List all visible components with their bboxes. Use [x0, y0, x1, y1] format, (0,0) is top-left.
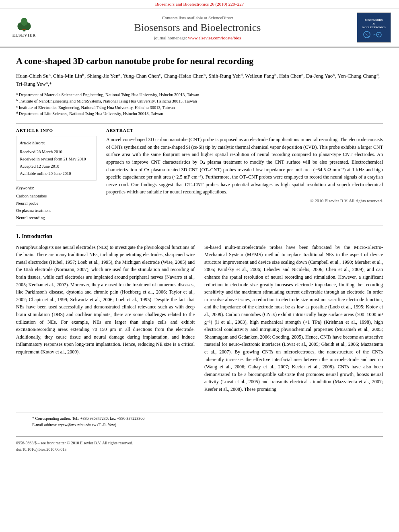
- corr-email: E-mail address: tryew@mx.nthu.edu.tw (T.…: [32, 422, 367, 428]
- intro-right-para: Si-based multi-microelectrode probes hav…: [204, 244, 383, 393]
- online-date: Available online 20 June 2010: [20, 170, 93, 177]
- svg-text:BIOSENSORS: BIOSENSORS: [365, 18, 383, 22]
- corresponding-author-note: * Corresponding author. Tel.: +886 93634…: [16, 413, 383, 428]
- corr-tel: * Corresponding author. Tel.: +886 93634…: [32, 415, 367, 422]
- footer-left: 0956-5663/$ – see front matter © 2010 El…: [16, 440, 133, 453]
- sciencedirect-line: Contents lists available at ScienceDirec…: [44, 15, 351, 20]
- keyword-3: O₂ plasma treatment: [16, 207, 97, 214]
- citation-bar: Biosensors and Bioelectronics 26 (2010) …: [0, 0, 399, 8]
- journal-logo-area: BIOSENSORS & BIOELECTRONICS: [351, 12, 391, 43]
- affiliation-d: ᵈ Department of Life Sciences, National …: [16, 111, 383, 117]
- homepage-label: journal homepage:: [154, 35, 187, 40]
- abstract-header: ABSTRACT: [106, 128, 383, 133]
- affiliation-c: ᶜ Institute of Electronics Engineering, …: [16, 105, 383, 111]
- elsevier-text: ELSEVIER: [12, 33, 36, 37]
- divider-2: [16, 226, 383, 226]
- svg-text:&: &: [372, 22, 375, 25]
- affiliation-a: ᵃ Department of Materials Science and En…: [16, 92, 383, 98]
- elsevier-logo-area: ELSEVIER: [8, 16, 44, 39]
- elsevier-tree-icon: [16, 18, 32, 32]
- journal-homepage: journal homepage: www.elsevier.com/locat…: [44, 35, 351, 40]
- intro-label: Introduction: [22, 233, 52, 239]
- journal-header: ELSEVIER Contents lists available at Sci…: [0, 8, 399, 47]
- intro-title: 1. Introduction: [16, 233, 383, 240]
- abstract-text: A novel cone-shaped 3D carbon nanotube (…: [106, 136, 383, 196]
- divider-1: [16, 123, 383, 124]
- journal-logo-box: BIOSENSORS & BIOELECTRONICS: [357, 12, 391, 43]
- received-date: Received 28 March 2010: [20, 148, 93, 156]
- revised-date: Received in revised form 21 May 2010: [20, 156, 93, 163]
- intro-left-para: Neurophysiologists use neural electrodes…: [16, 244, 195, 356]
- footer-bar: 0956-5663/$ – see front matter © 2010 El…: [16, 436, 383, 453]
- keyword-2: Neural probe: [16, 200, 97, 207]
- main-content: A cone-shaped 3D carbon nanotube probe f…: [0, 47, 399, 405]
- authors: Huan-Chieh Suᵃ, Chia-Min Linᵇ, Shiang-Ji…: [16, 72, 383, 89]
- article-info-col: ARTICLE INFO Article history: Received 2…: [16, 128, 97, 221]
- accepted-date: Accepted 12 June 2010: [20, 163, 93, 170]
- doi-text: doi:10.1016/j.bios.2010.06.015: [16, 446, 133, 453]
- history-title: Article history:: [20, 140, 93, 147]
- copyright: © 2010 Elsevier B.V. All rights reserved…: [106, 198, 383, 203]
- affiliations: ᵃ Department of Materials Science and En…: [16, 92, 383, 117]
- introduction-section: 1. Introduction Neurophysiologists use n…: [16, 233, 383, 396]
- authors-text: Huan-Chieh Suᵃ, Chia-Min Linᵇ, Shiang-Ji…: [16, 73, 380, 87]
- intro-col-left: Neurophysiologists use neural electrodes…: [16, 244, 195, 396]
- info-abstract-section: ARTICLE INFO Article history: Received 2…: [16, 128, 383, 221]
- homepage-link[interactable]: www.elsevier.com/locate/bios: [188, 35, 241, 40]
- keywords-title: Keywords:: [16, 185, 97, 192]
- journal-title-area: Contents lists available at ScienceDirec…: [44, 15, 351, 40]
- issn-text: 0956-5663/$ – see front matter © 2010 El…: [16, 440, 133, 446]
- svg-text:BIOELECTRONICS: BIOELECTRONICS: [362, 26, 386, 29]
- keyword-4: Neural recording: [16, 214, 97, 222]
- elsevier-logo: ELSEVIER: [8, 16, 40, 39]
- intro-col-right: Si-based multi-microelectrode probes hav…: [204, 244, 383, 396]
- abstract-col: ABSTRACT A novel cone-shaped 3D carbon n…: [106, 128, 383, 221]
- intro-body: Neurophysiologists use neural electrodes…: [16, 244, 383, 396]
- affiliation-b: ᵇ Institute of NanoEngineering and Micro…: [16, 98, 383, 105]
- svg-point-4: [21, 18, 28, 26]
- sciencedirect-prefix: Contents lists available at ScienceDirec…: [162, 15, 233, 20]
- keywords-section: Keywords: Carbon nanotubes Neural probe …: [16, 185, 97, 221]
- article-history-box: Article history: Received 28 March 2010 …: [16, 136, 97, 181]
- intro-number: 1.: [16, 233, 21, 239]
- citation-text: Biosensors and Bioelectronics 26 (2010) …: [155, 2, 244, 6]
- biosensors-logo: BIOSENSORS & BIOELECTRONICS: [359, 14, 389, 41]
- journal-title: Biosensors and Bioelectronics: [44, 22, 351, 34]
- article-info-header: ARTICLE INFO: [16, 128, 97, 133]
- article-title: A cone-shaped 3D carbon nanotube probe f…: [16, 55, 383, 67]
- svg-rect-5: [22, 29, 26, 30]
- keyword-1: Carbon nanotubes: [16, 193, 97, 200]
